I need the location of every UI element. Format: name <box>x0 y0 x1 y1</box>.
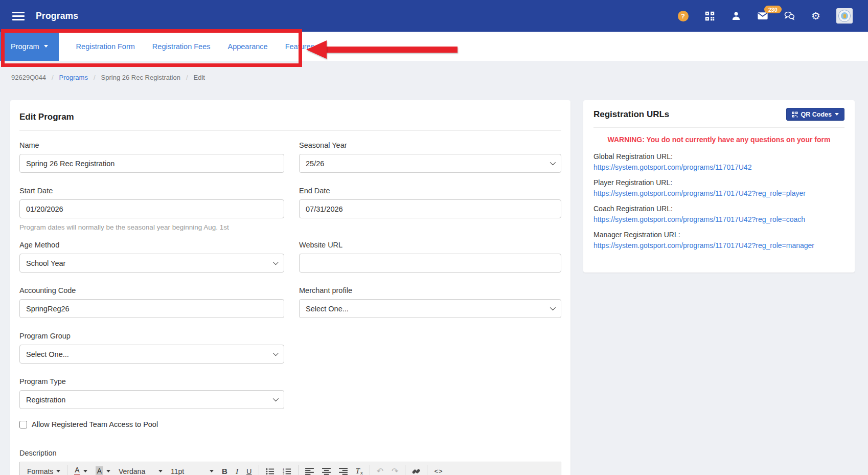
pool-access-checkbox[interactable] <box>19 421 27 428</box>
start-date-input[interactable] <box>19 199 284 218</box>
svg-text:3: 3 <box>283 472 284 475</box>
numbered-list-icon[interactable]: 123 <box>279 464 295 475</box>
manager-registration-url: Manager Registration URL: https://system… <box>593 231 844 250</box>
coach-registration-link[interactable]: https://system.gotsport.com/programs/117… <box>593 215 805 223</box>
program-group-select[interactable]: Select One... <box>19 345 284 364</box>
tab-features[interactable]: Features <box>277 32 323 61</box>
registration-urls-title: Registration URLs <box>593 109 669 120</box>
undo-icon[interactable]: ↶ <box>373 464 387 475</box>
player-registration-url: Player Registration URL: https://system.… <box>593 178 844 198</box>
help-icon[interactable]: ? <box>677 9 689 23</box>
seasonal-year-label: Seasonal Year <box>299 141 561 149</box>
card-title: Edit Program <box>19 112 561 122</box>
program-group-label: Program Group <box>19 332 284 340</box>
accounting-code-input[interactable] <box>19 299 284 318</box>
font-size-dropdown[interactable]: 11pt <box>167 464 218 475</box>
link-icon[interactable] <box>408 464 424 475</box>
age-method-label: Age Method <box>19 241 284 249</box>
merchant-profile-label: Merchant profile <box>299 286 561 295</box>
age-method-select[interactable]: School Year <box>19 254 284 273</box>
chevron-down-icon <box>273 259 279 265</box>
club-logo[interactable] <box>836 8 853 24</box>
player-registration-link[interactable]: https://system.gotsport.com/programs/117… <box>593 189 806 197</box>
qr-code-icon[interactable] <box>703 9 716 23</box>
align-center-icon[interactable] <box>318 464 335 475</box>
breadcrumb-programs-link[interactable]: Programs <box>59 74 88 81</box>
website-url-input[interactable] <box>299 254 561 273</box>
top-navbar: Programs ? 230 ⚙ <box>0 0 868 32</box>
font-family-dropdown[interactable]: Verdana <box>115 464 167 475</box>
end-date-input[interactable] <box>299 199 561 218</box>
chevron-down-icon <box>210 470 214 472</box>
align-right-icon[interactable] <box>335 464 352 475</box>
chevron-down-icon <box>83 470 87 472</box>
coach-registration-url: Coach Registration URL: https://system.g… <box>593 205 844 224</box>
editor-toolbar: Formats A A Verdana 11pt B I U 123 <box>20 462 561 475</box>
align-left-icon[interactable] <box>301 464 318 475</box>
seasonal-year-select[interactable]: 25/26 <box>299 154 561 173</box>
global-registration-url: Global Registration URL: https://system.… <box>593 152 844 172</box>
redo-icon[interactable]: ↷ <box>387 464 402 475</box>
chat-icon[interactable] <box>783 9 795 23</box>
text-color-button[interactable]: A <box>70 464 91 475</box>
mail-icon[interactable]: 230 <box>757 9 769 23</box>
name-input[interactable] <box>19 154 284 173</box>
pool-access-label: Allow Registered Team Access to Pool <box>32 420 158 428</box>
name-label: Name <box>19 141 284 149</box>
background-color-button[interactable]: A <box>92 464 115 475</box>
breadcrumb-edit: Edit <box>194 74 205 81</box>
tab-appearance[interactable]: Appearance <box>219 32 276 61</box>
bold-button[interactable]: B <box>218 464 232 475</box>
tab-registration-fees[interactable]: Registration Fees <box>144 32 219 61</box>
global-registration-link[interactable]: https://system.gotsport.com/programs/117… <box>593 163 751 171</box>
chevron-down-icon <box>550 305 556 310</box>
date-help-text: Program dates will normally be the seaso… <box>19 223 284 231</box>
description-label: Description <box>19 449 561 457</box>
qr-codes-button[interactable]: QR Codes <box>786 108 844 121</box>
underline-button[interactable]: U <box>242 464 256 475</box>
form-warning-text: WARNING: You do not currently have any q… <box>593 135 844 144</box>
chevron-down-icon <box>158 470 163 472</box>
chevron-down-icon <box>273 350 279 356</box>
chevron-down-icon <box>56 470 60 472</box>
program-tabbar: Program Registration Form Registration F… <box>0 32 868 61</box>
accounting-code-label: Accounting Code <box>19 286 284 295</box>
manager-registration-link[interactable]: https://system.gotsport.com/programs/117… <box>593 241 814 250</box>
breadcrumb-org-id: 92629Q044 <box>11 74 46 81</box>
merchant-profile-select[interactable]: Select One... <box>299 299 561 318</box>
description-editor: Formats A A Verdana 11pt B I U 123 <box>19 462 561 475</box>
website-url-label: Website URL <box>299 241 561 249</box>
breadcrumb-program-name: Spring 26 Rec Registration <box>101 74 180 81</box>
chevron-down-icon <box>835 113 839 116</box>
tab-registration-form[interactable]: Registration Form <box>67 32 144 61</box>
chevron-down-icon <box>273 396 279 401</box>
chevron-down-icon <box>44 45 48 48</box>
program-type-select[interactable]: Registration <box>19 390 284 409</box>
page-title: Programs <box>36 11 78 21</box>
program-type-label: Program Type <box>19 377 284 386</box>
mail-count-badge: 230 <box>764 6 782 13</box>
user-icon[interactable] <box>730 9 742 23</box>
edit-program-card: Edit Program Name Seasonal Year 25/26 St… <box>10 100 570 475</box>
tab-program[interactable]: Program <box>0 32 59 61</box>
chevron-down-icon <box>550 160 556 165</box>
settings-icon[interactable]: ⚙ <box>810 9 822 23</box>
italic-button[interactable]: I <box>232 464 242 475</box>
chevron-down-icon <box>106 470 110 472</box>
start-date-label: Start Date <box>19 187 284 195</box>
clear-formatting-button[interactable]: Tx <box>352 464 367 475</box>
formats-dropdown[interactable]: Formats <box>23 464 64 475</box>
breadcrumb: 92629Q044 / Programs / Spring 26 Rec Reg… <box>11 74 205 81</box>
source-code-icon[interactable]: <> <box>430 464 447 475</box>
menu-icon[interactable] <box>12 12 25 20</box>
bullet-list-icon[interactable] <box>262 464 279 475</box>
registration-urls-card: Registration URLs QR Codes WARNING: You … <box>583 100 855 273</box>
end-date-label: End Date <box>299 187 561 195</box>
